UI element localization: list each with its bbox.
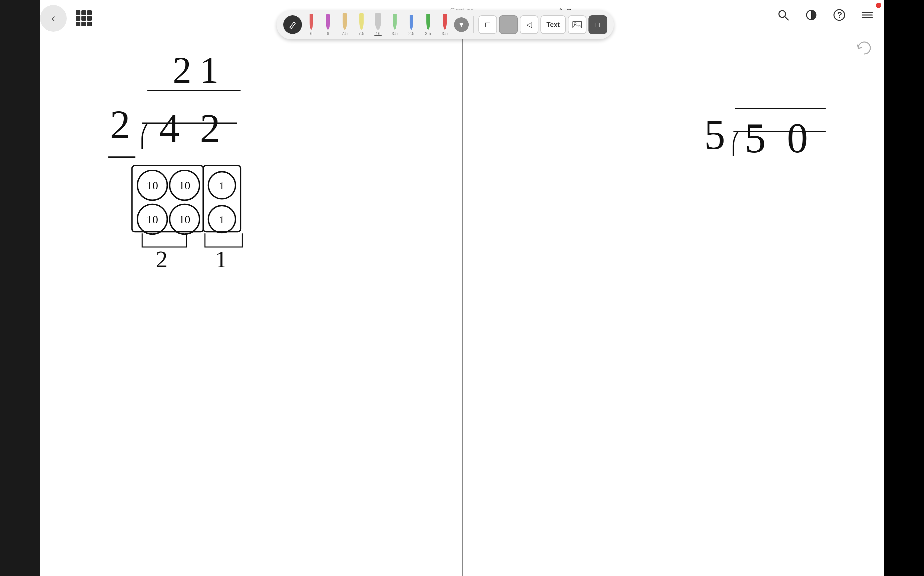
crop-icon: □ xyxy=(596,21,600,29)
svg-text:1: 1 xyxy=(219,180,224,192)
svg-line-0 xyxy=(294,22,295,23)
theme-toggle-button[interactable] xyxy=(801,5,821,25)
svg-text:2: 2 xyxy=(200,106,220,151)
crop-button[interactable]: □ xyxy=(589,15,607,34)
svg-text:2: 2 xyxy=(110,102,130,147)
svg-text:2: 2 xyxy=(173,50,191,91)
menu-icon xyxy=(861,8,874,22)
right-drawing: 5 5 0 xyxy=(463,34,884,576)
svg-text:1: 1 xyxy=(219,214,224,226)
page-right: 5 5 0 xyxy=(463,34,884,576)
active-pen-button[interactable] xyxy=(283,15,302,34)
svg-text:?: ? xyxy=(837,10,842,19)
menu-button[interactable] xyxy=(857,5,877,25)
app-container: ‹ 6 xyxy=(40,0,884,576)
svg-point-29 xyxy=(209,172,236,199)
grid-button[interactable] xyxy=(72,7,95,30)
left-drawing: 2 1 2 4 2 10 xyxy=(40,34,462,576)
image-tool-button[interactable] xyxy=(568,15,586,34)
pen-color-blue[interactable]: 2.5 xyxy=(404,13,419,36)
svg-rect-1 xyxy=(573,21,581,28)
help-icon: ? xyxy=(833,8,846,22)
pen-color-tan[interactable]: 7.5 xyxy=(337,13,352,36)
pen-dropdown-button[interactable]: ▼ xyxy=(454,18,469,32)
svg-text:4: 4 xyxy=(159,106,180,151)
pen-color-green[interactable]: 3.5 xyxy=(420,13,435,36)
theme-icon xyxy=(805,8,818,22)
pen-color-gray-large[interactable]: 16 xyxy=(371,13,385,36)
toolbar-right: ? xyxy=(773,5,877,25)
svg-text:10: 10 xyxy=(179,179,191,192)
pen-tools-toolbar: 6 6 7.5 7.5 16 3.5 xyxy=(276,10,614,39)
pen-color-purple[interactable]: 6 xyxy=(321,13,335,36)
help-button[interactable]: ? xyxy=(829,5,849,25)
svg-point-24 xyxy=(138,204,167,234)
undo-icon xyxy=(855,40,872,56)
svg-text:2: 2 xyxy=(156,246,168,272)
undo-button[interactable] xyxy=(853,39,874,60)
pen-color-red-light[interactable]: 6 xyxy=(304,13,319,36)
text-tool-label: Text xyxy=(546,21,560,28)
back-button[interactable]: ‹ xyxy=(40,5,67,32)
svg-text:1: 1 xyxy=(215,246,227,272)
text-tool-button[interactable]: Text xyxy=(541,15,566,34)
svg-text:10: 10 xyxy=(179,213,191,226)
svg-rect-19 xyxy=(132,166,204,232)
svg-text:10: 10 xyxy=(146,213,158,226)
gray-fill-button[interactable] xyxy=(499,15,518,34)
lasso-button[interactable]: ◁ xyxy=(520,15,538,34)
svg-point-22 xyxy=(170,170,200,200)
search-button[interactable] xyxy=(773,5,793,25)
svg-rect-28 xyxy=(203,166,241,232)
left-sidebar xyxy=(0,0,40,576)
svg-text:5: 5 xyxy=(744,115,765,162)
svg-text:5: 5 xyxy=(704,111,725,158)
pen-color-light-green[interactable]: 3.5 xyxy=(387,13,402,36)
pen-color-red[interactable]: 3.5 xyxy=(437,13,452,36)
white-fill-icon: □ xyxy=(485,20,490,29)
svg-point-26 xyxy=(170,204,200,234)
svg-text:0: 0 xyxy=(786,115,808,162)
search-icon xyxy=(776,8,790,22)
svg-line-4 xyxy=(784,16,788,20)
canvas-area: 2 1 2 4 2 10 xyxy=(40,34,884,576)
grid-icon xyxy=(76,10,92,26)
white-fill-button[interactable]: □ xyxy=(478,15,497,34)
toolbar-separator xyxy=(473,16,474,33)
main-toolbar: ‹ 6 xyxy=(40,0,884,37)
page-left: 2 1 2 4 2 10 xyxy=(40,34,463,576)
lasso-icon: ◁ xyxy=(526,20,532,29)
svg-text:1: 1 xyxy=(200,50,218,91)
svg-text:10: 10 xyxy=(146,179,158,192)
svg-point-31 xyxy=(209,206,236,233)
pen-icon xyxy=(288,20,297,29)
pen-color-yellow[interactable]: 7.5 xyxy=(354,13,369,36)
image-icon xyxy=(572,20,582,30)
svg-point-20 xyxy=(138,170,167,200)
